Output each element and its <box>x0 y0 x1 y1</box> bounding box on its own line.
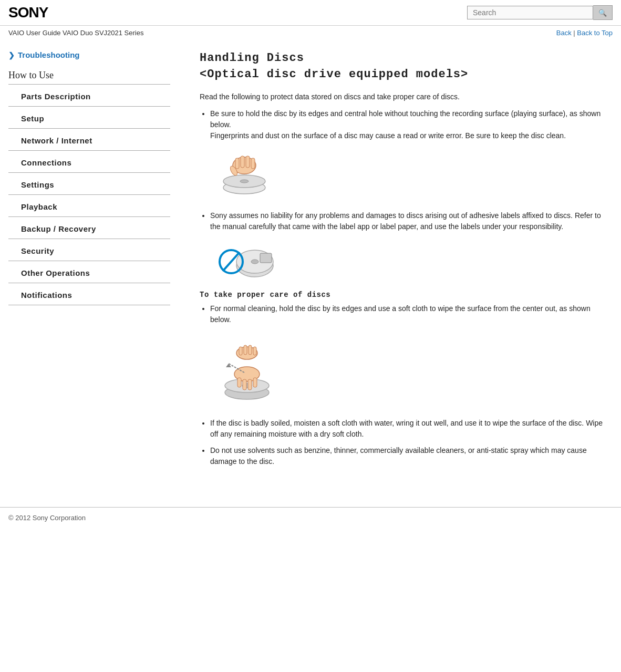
main-bullets: Be sure to hold the disc by its edges an… <box>210 108 605 281</box>
search-button[interactable]: 🔍 <box>593 5 613 20</box>
page-title: Handling Discs <Optical disc drive equip… <box>200 50 605 83</box>
search-bar: 🔍 <box>467 5 613 20</box>
svg-rect-25 <box>239 347 242 355</box>
bullet-1: Be sure to hold the disc by its edges an… <box>210 108 605 201</box>
no-label-disc-icon <box>215 242 278 281</box>
disc-illustration-2 <box>215 242 605 281</box>
sidebar-item-connections[interactable]: Connections <box>8 151 179 172</box>
sidebar-item-other-operations[interactable]: Other Operations <box>8 261 179 283</box>
svg-point-11 <box>251 260 258 264</box>
search-input[interactable] <box>467 6 593 19</box>
bullet-1-text: Be sure to hold the disc by its edges an… <box>210 109 601 140</box>
title-line1: Handling Discs <box>200 51 304 65</box>
sony-logo: SONY <box>8 4 48 21</box>
hand-holding-disc-icon <box>215 151 273 201</box>
sidebar-item-settings[interactable]: Settings <box>8 173 179 194</box>
back-link[interactable]: Back <box>556 29 572 37</box>
svg-rect-28 <box>253 347 256 355</box>
svg-rect-20 <box>243 379 246 390</box>
disc-illustration-1 <box>215 151 605 201</box>
svg-rect-12 <box>260 253 272 263</box>
care-bullet-2: If the disc is badly soiled, moisten a s… <box>210 418 605 440</box>
bullet-2: Sony assumes no liability for any proble… <box>210 210 605 281</box>
bullet-2-text: Sony assumes no liability for any proble… <box>210 211 601 231</box>
title-line2: <Optical disc drive equipped models> <box>200 68 468 81</box>
header: SONY 🔍 <box>0 0 621 26</box>
content-intro: Read the following to protect data store… <box>200 92 605 101</box>
svg-rect-5 <box>241 156 244 168</box>
sidebar-item-network-internet[interactable]: Network / Internet <box>8 129 179 150</box>
care-bullet-1-text: For normal cleaning, hold the disc by it… <box>210 304 591 324</box>
footer: © 2012 Sony Corporation <box>0 507 621 528</box>
care-bullet-1: For normal cleaning, hold the disc by it… <box>210 303 605 408</box>
sidebar-item-notifications[interactable]: Notifications <box>8 283 179 305</box>
subheader: VAIO User Guide VAIO Duo SVJ2021 Series … <box>0 26 621 40</box>
svg-point-2 <box>240 180 249 183</box>
wiping-disc-icon <box>215 335 278 408</box>
disc-illustration-3 <box>215 335 605 408</box>
svg-rect-26 <box>244 345 247 355</box>
svg-rect-27 <box>249 345 252 355</box>
care-heading: To take proper care of discs <box>200 291 605 299</box>
svg-rect-21 <box>248 379 252 390</box>
svg-rect-22 <box>253 378 257 387</box>
care-bullet-3: Do not use solvents such as benzine, thi… <box>210 445 605 467</box>
svg-rect-4 <box>235 158 239 169</box>
copyright: © 2012 Sony Corporation <box>8 514 86 522</box>
sidebar-item-security[interactable]: Security <box>8 239 179 261</box>
sidebar-item-parts-description[interactable]: Parts Description <box>8 85 179 106</box>
care-bullets: For normal cleaning, hold the disc by it… <box>210 303 605 467</box>
sidebar-item-playback[interactable]: Playback <box>8 195 179 216</box>
sidebar-item-setup[interactable]: Setup <box>8 107 179 128</box>
breadcrumb: VAIO User Guide VAIO Duo SVJ2021 Series <box>8 29 143 37</box>
main-layout: Troubleshooting How to Use Parts Descrip… <box>0 40 621 497</box>
divider-11 <box>8 305 170 305</box>
subheader-links: Back | Back to Top <box>556 29 613 37</box>
svg-rect-6 <box>246 156 250 168</box>
content-area: Handling Discs <Optical disc drive equip… <box>179 40 621 497</box>
sidebar-how-to-use: How to Use <box>8 70 179 81</box>
sidebar-troubleshooting[interactable]: Troubleshooting <box>8 50 179 59</box>
sidebar-item-backup-recovery[interactable]: Backup / Recovery <box>8 217 179 239</box>
back-to-top-link[interactable]: Back to Top <box>577 29 613 37</box>
svg-rect-7 <box>251 158 255 169</box>
svg-rect-19 <box>237 378 241 387</box>
sidebar: Troubleshooting How to Use Parts Descrip… <box>0 40 179 497</box>
